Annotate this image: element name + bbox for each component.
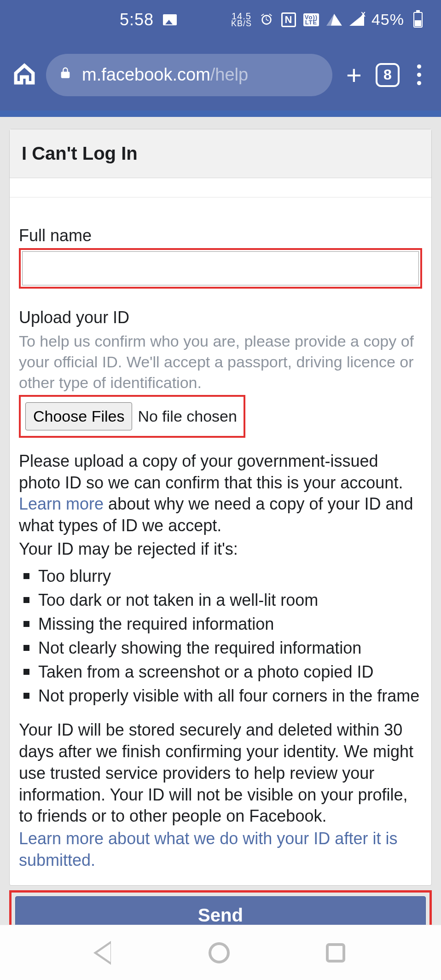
full-name-label: Full name (19, 225, 422, 246)
list-item: Taken from a screenshot or a photo copie… (19, 661, 422, 683)
volte-icon: Vo))LTE (303, 13, 319, 26)
list-item: Not properly visible with all four corne… (19, 685, 422, 707)
kebab-menu-icon[interactable] (410, 64, 428, 85)
choose-files-button[interactable]: Choose Files (25, 402, 132, 430)
wifi-icon (326, 14, 342, 26)
full-name-highlight (19, 248, 422, 289)
android-status-bar: 5:58 14.5 KB/S N Vo))LTE X 45% (0, 0, 441, 39)
rejection-reasons-list: Too blurry Too dark or not taken in a we… (19, 566, 422, 707)
url-bar[interactable]: m.facebook.com/help (46, 54, 332, 96)
network-speed-icon: 14.5 KB/S (231, 12, 252, 27)
rejected-intro: Your ID may be rejected if it's: (19, 539, 422, 560)
screenshot-saved-icon (163, 14, 177, 25)
storage-paragraph: Your ID will be stored securely and dele… (19, 719, 422, 827)
page-background: I Can't Log In Full name Upload your ID … (0, 117, 441, 950)
home-nav-icon[interactable] (209, 942, 230, 963)
facebook-header-bar (0, 110, 441, 117)
upload-id-label: Upload your ID (19, 307, 422, 328)
help-form-card: I Can't Log In Full name Upload your ID … (9, 129, 432, 886)
battery-icon (413, 12, 423, 28)
new-tab-icon[interactable]: + (342, 59, 366, 90)
file-chosen-status: No file chosen (138, 406, 237, 427)
learn-more-storage-link[interactable]: Learn more about what we do with your ID… (19, 828, 422, 871)
battery-percent: 45% (371, 11, 404, 29)
list-item: Missing the required information (19, 614, 422, 635)
android-nav-bar (0, 925, 441, 980)
list-item: Too blurry (19, 566, 422, 587)
list-item: Too dark or not taken in a well-lit room (19, 590, 422, 611)
tabs-button[interactable]: 8 (376, 63, 400, 87)
list-item: Not clearly showing the required informa… (19, 638, 422, 659)
cell-signal-icon: X (349, 14, 364, 26)
lock-icon (59, 65, 72, 85)
page-title: I Can't Log In (10, 129, 431, 178)
browser-toolbar: m.facebook.com/help + 8 (0, 39, 441, 110)
instruction-paragraph-1: Please upload a copy of your government-… (19, 451, 422, 537)
status-clock: 5:58 (120, 10, 154, 29)
upload-id-help-text: To help us confirm who you are, please p… (19, 331, 422, 393)
back-icon[interactable] (96, 941, 113, 964)
alarm-icon (259, 12, 274, 27)
learn-more-link[interactable]: Learn more (19, 494, 104, 513)
home-icon[interactable] (13, 63, 36, 87)
file-chooser-highlight: Choose Files No file chosen (19, 395, 245, 438)
nfc-icon: N (281, 12, 296, 27)
recent-apps-icon[interactable] (326, 943, 345, 963)
url-text: m.facebook.com/help (82, 65, 248, 85)
full-name-input[interactable] (22, 251, 419, 285)
